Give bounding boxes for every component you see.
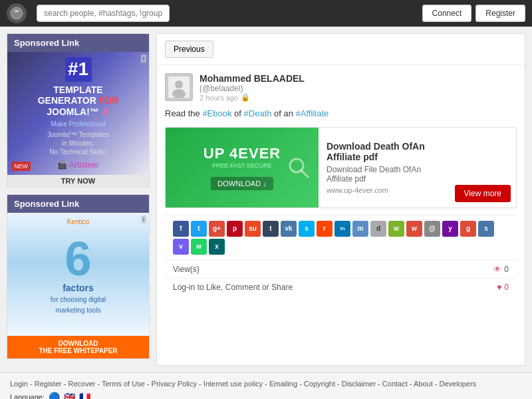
footer-link-developers[interactable]: Developers (439, 380, 476, 388)
linkedin-share-icon[interactable]: in (334, 221, 350, 237)
ad-subtitle-1: Make Professional (51, 120, 105, 128)
download-link-btn[interactable]: DOWNLOAD ↓ (211, 177, 273, 190)
layout: Sponsored Link i #1 TEMPLATEGENERATOR FO… (0, 27, 532, 372)
connect-button[interactable]: Connect (422, 5, 472, 22)
post-user-info: Mohammed BELAADEL (@belaadel) 2 hours ag… (200, 73, 305, 102)
xing-share-icon[interactable]: x (209, 239, 225, 255)
link-info: Download Death OfAn Affiliate pdf Downlo… (319, 128, 450, 207)
ad-image-1[interactable]: i #1 TEMPLATEGENERATOR FORJOOMLA!™ ✗ Mak… (7, 52, 149, 175)
brand-subtitle: FREE·FAST·SECURE (212, 162, 271, 169)
flag-gb[interactable]: 🇬🇧 (64, 392, 75, 399)
footer-link-recover[interactable]: Recover (68, 380, 95, 388)
post-header: Mohammed BELAADEL (@belaadel) 2 hours ag… (165, 73, 517, 102)
ad-badge-1: i (141, 55, 146, 63)
tag-death[interactable]: #Death (244, 108, 272, 118)
footer-language: Language: 🔵 🇬🇧 🇫🇷 (10, 392, 522, 399)
footer-link-login[interactable]: Login (10, 380, 28, 388)
wanapost-icon: 🔵 (49, 392, 60, 399)
ad-image-2[interactable]: i Kentico 6 factors for choosing digital… (7, 213, 149, 336)
prev-btn-bar: Previous (157, 34, 525, 65)
stumbleupon-share-icon[interactable]: su (245, 221, 261, 237)
myspace-share-icon[interactable]: m (352, 221, 368, 237)
login-prompt: Log-in to Like, Comment or Share (173, 283, 293, 292)
post-user-name: Mohammed BELAADEL (200, 73, 305, 84)
sponsored-block-2: Sponsored Link i Kentico 6 factors for c… (7, 194, 150, 359)
view-more-button[interactable]: View more (455, 185, 511, 202)
whatsapp-share-icon[interactable]: w (191, 239, 207, 255)
ad-title-1: TEMPLATEGENERATOR FORJOOMLA!™ ✗ (38, 84, 119, 118)
heart-icon: ♥ (497, 283, 501, 292)
ad-badge-2: i (141, 215, 146, 223)
tag-ebook[interactable]: #Ebook (202, 108, 231, 118)
search-input[interactable] (37, 5, 170, 22)
footer-link-copyright[interactable]: Copyright (304, 380, 335, 388)
try-now-button[interactable]: TRY NOW (7, 175, 149, 187)
weibo-share-icon[interactable]: w (406, 221, 422, 237)
viber-share-icon[interactable]: v (173, 239, 189, 255)
clock-icon: 🔒 (241, 93, 250, 102)
footer-link-disclaimer[interactable]: Disclaimer (342, 380, 376, 388)
footer-link-terms[interactable]: Terms of Use (102, 380, 145, 388)
wechat-share-icon[interactable]: w (388, 221, 404, 237)
tumblr-share-icon[interactable]: t (263, 221, 279, 237)
new-badge: NEW (11, 162, 31, 171)
avatar (165, 73, 193, 101)
skype-share-icon[interactable]: s (299, 221, 315, 237)
link-url: www.up-4ever.com (327, 186, 442, 194)
footer-links: Login - Register - Recover - Terms of Us… (10, 380, 522, 388)
footer-link-emailing[interactable]: Emailing (269, 380, 297, 388)
vk-share-icon[interactable]: vk (281, 221, 297, 237)
kentico-logo: Kentico (67, 218, 89, 225)
eye-icon: 👁 (493, 265, 501, 274)
twitter-share-icon[interactable]: t (191, 221, 207, 237)
footer: Login - Register - Recover - Terms of Us… (0, 372, 532, 399)
previous-button[interactable]: Previous (165, 41, 213, 58)
footer-link-internet[interactable]: Internet use policy (203, 380, 263, 388)
footer-link-about[interactable]: About (414, 380, 433, 388)
tag-affiliate[interactable]: #Affiliate (296, 108, 329, 118)
register-button[interactable]: Register (475, 5, 525, 22)
share-icon-18[interactable]: s (478, 221, 494, 237)
social-icons: f t g+ p su t vk s r in m d w w @ y g s … (165, 215, 517, 260)
views-label: View(s) (173, 265, 200, 274)
header: Connect Register (0, 0, 532, 27)
email-share-icon[interactable]: @ (424, 221, 440, 237)
factors-text: factors for choosing digital marketing t… (51, 283, 106, 315)
digg-share-icon[interactable]: d (370, 221, 386, 237)
link-title: Download Death OfAn Affiliate pdf (327, 141, 442, 162)
brand-name: UP 4EVER (203, 145, 281, 162)
download-button[interactable]: DOWNLOAD THE FREE WHITEPAPER (7, 336, 149, 358)
facebook-share-icon[interactable]: f (173, 221, 189, 237)
pinterest-share-icon[interactable]: p (227, 221, 243, 237)
yahoo-share-icon[interactable]: y (442, 221, 458, 237)
link-thumbnail: UP 4EVER FREE·FAST·SECURE DOWNLOAD ↓ (166, 128, 319, 207)
googleplus-share-icon[interactable]: g+ (209, 221, 225, 237)
search-bar[interactable] (37, 5, 412, 22)
flag-fr[interactable]: 🇫🇷 (79, 392, 90, 399)
hearts-count: 0 (504, 283, 509, 292)
footer-link-contact[interactable]: Contact (382, 380, 408, 388)
footer-link-privacy[interactable]: Privacy Policy (152, 380, 197, 388)
language-label: Language: (10, 393, 45, 399)
link-desc: Download File Death OfAn Affiliate pdf (327, 165, 442, 184)
reddit-share-icon[interactable]: r (317, 221, 332, 237)
svg-line-4 (301, 170, 308, 177)
gmail-share-icon[interactable]: g (460, 221, 476, 237)
svg-point-1 (175, 80, 183, 88)
footer-link-register[interactable]: Register (35, 380, 62, 388)
post-time: 2 hours ago 🔒 (200, 93, 305, 102)
post-body: Read the #Ebook of #Death of an #Affilia… (165, 107, 517, 120)
sponsored-title-1: Sponsored Link (7, 34, 149, 52)
heart-stat: ♥ 0 (497, 283, 509, 292)
stats-row: View(s) 👁 0 (165, 260, 517, 278)
login-row: Log-in to Like, Comment or Share ♥ 0 (165, 278, 517, 296)
ad-number: 6 (65, 235, 91, 283)
view-more-area: View more (450, 128, 516, 207)
post-handle: (@belaadel) (200, 84, 305, 93)
header-buttons: Connect Register (422, 5, 525, 22)
site-logo (7, 3, 27, 23)
ad-logo-1: 🎬 Artisteer (57, 160, 98, 170)
post-area: Mohammed BELAADEL (@belaadel) 2 hours ag… (157, 65, 525, 304)
link-preview: UP 4EVER FREE·FAST·SECURE DOWNLOAD ↓ Dow… (165, 127, 517, 208)
main-content: Previous Mohammed BELAADEL (@belaadel) 2… (156, 33, 525, 366)
